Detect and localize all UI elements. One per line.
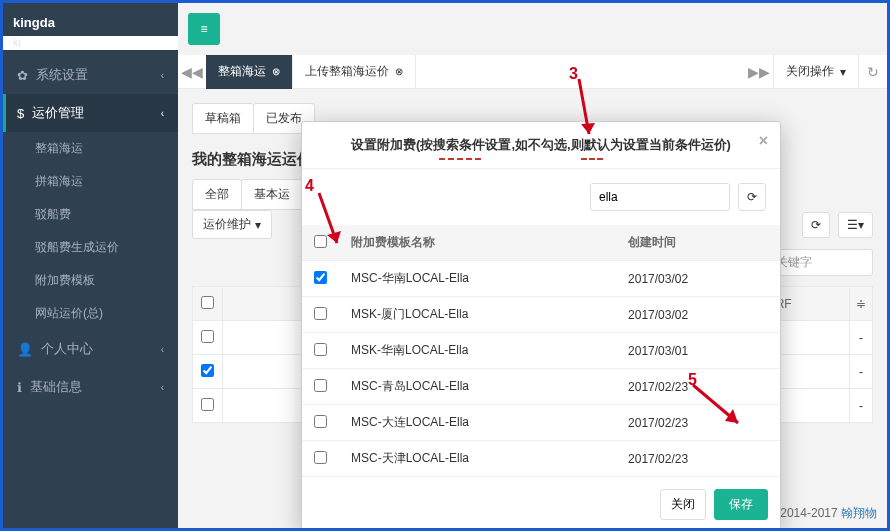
tab-scroll-right[interactable]: ▶▶ [745, 64, 773, 80]
modal-row: MSK-厦门LOCAL-Ella2017/03/02 [302, 297, 780, 333]
modal-row-name: MSC-天津LOCAL-Ella [339, 441, 616, 477]
modal-select-all[interactable] [314, 235, 327, 248]
modal-row-checkbox[interactable] [314, 343, 327, 356]
modal-table: 附加费模板名称 创建时间 MSC-华南LOCAL-Ella2017/03/02M… [302, 225, 780, 477]
modal-search-input[interactable] [590, 183, 730, 211]
tab-label: 整箱海运 [218, 63, 266, 80]
tab-fcl[interactable]: 整箱海运 ⊗ [206, 55, 293, 89]
modal-header: 设置附加费(按搜索条件设置,如不勾选,则默认为设置当前条件运价) × [302, 122, 780, 169]
th-checkbox [193, 287, 223, 321]
sidebar-item-personal[interactable]: 👤个人中心 ‹ [3, 330, 178, 368]
modal-close-button[interactable]: × [759, 132, 768, 150]
tabstrip: ◀◀ 整箱海运 ⊗ 上传整箱海运价 ⊗ ▶▶ 关闭操作 ▾ ↻ [178, 55, 887, 89]
sidebar-item-system[interactable]: ✿系统设置 ‹ [3, 56, 178, 94]
sidebar-sub-fcl[interactable]: 整箱海运 [3, 132, 178, 165]
close-icon[interactable]: ⊗ [395, 66, 403, 77]
modal-row-name: MSC-华南LOCAL-Ella [339, 261, 616, 297]
sidebar-sub-barge-gen[interactable]: 驳船费生成运价 [3, 231, 178, 264]
refresh-icon: ⟳ [747, 190, 757, 204]
modal-row-checkbox[interactable] [314, 379, 327, 392]
modal-footer: 关闭 保存 [302, 477, 780, 531]
sidebar-item-label: 运价管理 [32, 104, 84, 122]
footer-link[interactable]: 翰翔物 [841, 506, 877, 520]
modal-row-checkbox[interactable] [314, 451, 327, 464]
modal-row-name: MSC-大连LOCAL-Ella [339, 405, 616, 441]
footer: © 2014-2017 翰翔物 [768, 505, 877, 522]
tab-label: 上传整箱海运价 [305, 63, 389, 80]
modal-row-name: MSK-厦门LOCAL-Ella [339, 297, 616, 333]
brand-title: kingda [3, 3, 178, 36]
list-icon: ☰▾ [847, 218, 864, 232]
chevron-left-icon: ‹ [161, 382, 164, 393]
sidebar: kingda ki ✿系统设置 ‹ $运价管理 ‹ 整箱海运 拼箱海运 驳船费 … [3, 3, 178, 528]
chevron-down-icon: ▾ [840, 65, 846, 79]
close-operations[interactable]: 关闭操作 ▾ [773, 55, 859, 89]
modal-row-date: 2017/03/02 [616, 297, 780, 333]
row-checkbox[interactable] [201, 398, 214, 411]
close-op-label: 关闭操作 [786, 63, 834, 80]
hamburger-button[interactable]: ≡ [188, 13, 220, 45]
modal-title: 设置附加费(按搜索条件设置,如不勾选,则默认为设置当前条件运价) [351, 137, 731, 152]
sidebar-sub-surcharge[interactable]: 附加费模板 [3, 264, 178, 297]
surcharge-modal: 设置附加费(按搜索条件设置,如不勾选,则默认为设置当前条件运价) × ⟳ 附加费… [301, 121, 781, 531]
modal-row: MSK-华南LOCAL-Ella2017/03/01 [302, 333, 780, 369]
filter-all[interactable]: 全部 [192, 179, 242, 210]
sidebar-sub-site-price[interactable]: 网站运价(总) [3, 297, 178, 330]
tab-extra[interactable]: ↻ [859, 64, 887, 80]
row-checkbox[interactable] [201, 330, 214, 343]
chevron-left-icon: ‹ [161, 108, 164, 119]
refresh-icon: ⟳ [811, 218, 821, 232]
modal-row-date: 2017/03/01 [616, 333, 780, 369]
modal-save-btn[interactable]: 保存 [714, 489, 768, 520]
maintain-dropdown[interactable]: 运价维护 ▾ [192, 210, 272, 239]
modal-row-name: MSK-华南LOCAL-Ella [339, 333, 616, 369]
chevron-down-icon: ▾ [255, 218, 261, 232]
modal-refresh-button[interactable]: ⟳ [738, 183, 766, 211]
brand-subtitle: ki [3, 36, 178, 50]
refresh-button[interactable]: ⟳ [802, 212, 830, 238]
dollar-icon: $ [17, 106, 24, 121]
modal-row-checkbox[interactable] [314, 307, 327, 320]
modal-row: MSC-大连LOCAL-Ella2017/02/23 [302, 405, 780, 441]
tab-scroll-left[interactable]: ◀◀ [178, 64, 206, 80]
sidebar-sub-lcl[interactable]: 拼箱海运 [3, 165, 178, 198]
modal-row-date: 2017/02/23 [616, 405, 780, 441]
modal-th-date: 创建时间 [616, 225, 780, 261]
maintain-label: 运价维护 [203, 216, 251, 233]
modal-row-checkbox[interactable] [314, 415, 327, 428]
th-sort[interactable]: ≑ [850, 287, 873, 321]
modal-row: MSC-青岛LOCAL-Ella2017/02/23 [302, 369, 780, 405]
modal-th-name: 附加费模板名称 [339, 225, 616, 261]
modal-close-btn[interactable]: 关闭 [660, 489, 706, 520]
row-checkbox[interactable] [201, 364, 214, 377]
modal-row: MSC-天津LOCAL-Ella2017/02/23 [302, 441, 780, 477]
status-tab-draft[interactable]: 草稿箱 [192, 103, 254, 134]
sidebar-item-label: 系统设置 [36, 66, 88, 84]
info-icon: ℹ [17, 380, 22, 395]
modal-row-checkbox[interactable] [314, 271, 327, 284]
select-all-checkbox[interactable] [201, 296, 214, 309]
sidebar-sub-barge[interactable]: 驳船费 [3, 198, 178, 231]
tab-upload[interactable]: 上传整箱海运价 ⊗ [293, 55, 416, 89]
chevron-left-icon: ‹ [161, 344, 164, 355]
user-icon: 👤 [17, 342, 33, 357]
topbar: ≡ [178, 3, 887, 55]
menu-icon: ≡ [200, 22, 207, 36]
close-icon[interactable]: ⊗ [272, 66, 280, 77]
sidebar-item-label: 基础信息 [30, 378, 82, 396]
list-view-button[interactable]: ☰▾ [838, 212, 873, 238]
modal-row-name: MSC-青岛LOCAL-Ella [339, 369, 616, 405]
modal-search-row: ⟳ [302, 169, 780, 225]
modal-row-date: 2017/02/23 [616, 369, 780, 405]
modal-row: MSC-华南LOCAL-Ella2017/03/02 [302, 261, 780, 297]
modal-row-date: 2017/03/02 [616, 261, 780, 297]
sidebar-item-price[interactable]: $运价管理 ‹ [3, 94, 178, 132]
gear-icon: ✿ [17, 68, 28, 83]
filter-basic[interactable]: 基本运 [241, 179, 303, 210]
sidebar-item-label: 个人中心 [41, 340, 93, 358]
modal-row-date: 2017/02/23 [616, 441, 780, 477]
chevron-left-icon: ‹ [161, 70, 164, 81]
sidebar-item-basic[interactable]: ℹ基础信息 ‹ [3, 368, 178, 406]
